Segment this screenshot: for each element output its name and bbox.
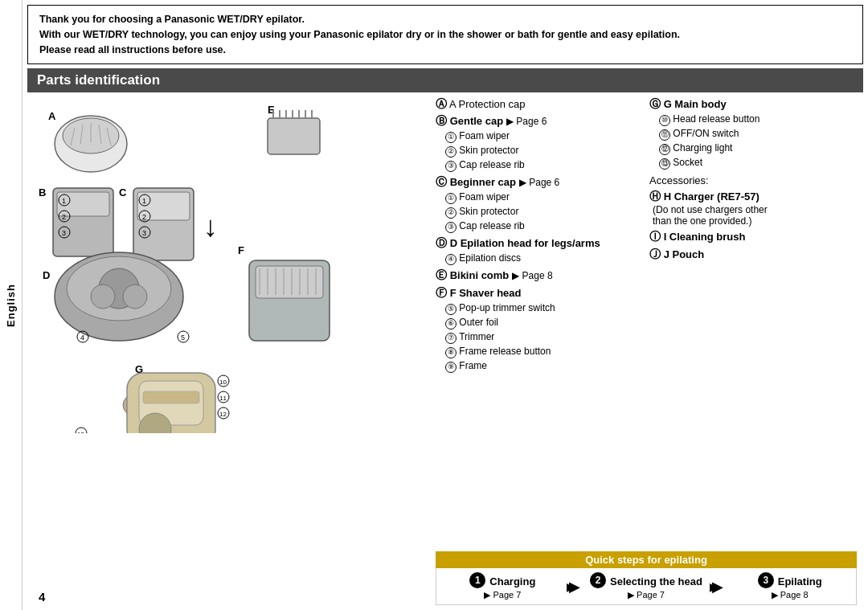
step-2-page-arrow: ▶ xyxy=(628,590,634,600)
svg-text:C: C xyxy=(119,186,127,199)
C-letter: Ⓒ xyxy=(436,175,447,188)
step-2-title: Selecting the head xyxy=(610,575,702,587)
svg-text:5: 5 xyxy=(181,334,185,342)
step-2-circle: 2 xyxy=(590,572,606,588)
B-num2: ② xyxy=(445,146,457,158)
F-text1: Pop-up trimmer switch xyxy=(459,302,555,313)
H-note2: than the one provided.) xyxy=(653,215,857,227)
B-letter: Ⓑ xyxy=(436,114,447,127)
B-item1: ① Foam wiper xyxy=(445,129,643,143)
B-page: Page 6 xyxy=(516,116,547,127)
G-text2: OFF/ON switch xyxy=(673,128,739,139)
E-page: Page 8 xyxy=(522,270,553,281)
E-section: Ⓔ Bikini comb ▶ Page 8 xyxy=(436,268,643,283)
B-num1: ① xyxy=(445,132,457,143)
two-col-top: Ⓐ A Protection cap Ⓑ Gentle cap ▶ Page 6… xyxy=(436,97,857,373)
content-area: A E xyxy=(27,92,863,610)
F-text4: Frame release button xyxy=(459,346,551,357)
F-item5: ⑨ Frame xyxy=(445,358,643,373)
G-text3: Charging light xyxy=(673,142,732,154)
step-2: 2 Selecting the head ▶ Page 7 xyxy=(580,568,713,604)
C-item2: ② Skin protector xyxy=(445,204,643,219)
F-item1: ⑤ Pop-up trimmer switch xyxy=(445,301,643,315)
col-left: Ⓐ A Protection cap Ⓑ Gentle cap ▶ Page 6… xyxy=(436,97,643,373)
C-section: Ⓒ Beginner cap ▶ Page 6 xyxy=(436,175,643,190)
I-letter: Ⓘ xyxy=(649,230,661,243)
C-text2: Skin protector xyxy=(459,206,518,217)
main-content: Thank you for choosing a Panasonic WET/D… xyxy=(23,0,868,610)
G-num2: ⑪ xyxy=(659,129,670,141)
F-item4: ⑧ Frame release button xyxy=(445,344,643,358)
C-item3: ③ Cap release rib xyxy=(445,219,643,233)
diagram-svg: A E xyxy=(31,96,416,433)
F-item2: ⑥ Outer foil xyxy=(445,315,643,330)
F-text2: Outer foil xyxy=(459,317,498,328)
svg-rect-69 xyxy=(143,391,199,403)
G-item4: ⑬ Socket xyxy=(659,155,857,170)
svg-text:↓: ↓ xyxy=(203,210,218,243)
intro-line3: Please read all instructions before use. xyxy=(39,43,851,58)
step-3-num: 3 xyxy=(763,575,768,586)
B-num3: ③ xyxy=(445,161,457,172)
D-num1: ④ xyxy=(445,254,457,265)
step-1-page-text: Page 7 xyxy=(493,590,521,600)
svg-text:3: 3 xyxy=(62,229,66,237)
svg-text:D: D xyxy=(43,269,50,281)
F-num3: ⑦ xyxy=(445,333,457,344)
G-num4: ⑬ xyxy=(659,158,670,170)
F-label: F Shaver head xyxy=(450,287,522,299)
C-text1: Foam wiper xyxy=(459,191,510,203)
page-number: 4 xyxy=(39,590,45,604)
svg-text:10: 10 xyxy=(219,379,227,386)
step-2-page: ▶ Page 7 xyxy=(628,590,665,600)
svg-point-48 xyxy=(91,285,115,309)
C-num3: ③ xyxy=(445,222,457,233)
svg-rect-9 xyxy=(268,118,320,154)
H-letter: Ⓗ xyxy=(649,190,661,203)
G-item1: ⑩ Head release button xyxy=(659,112,857,126)
svg-text:B: B xyxy=(39,186,46,199)
col-right: Ⓖ G Main body ⑩ Head release button ⑪ OF… xyxy=(649,97,857,373)
F-letter: Ⓕ xyxy=(436,286,447,299)
F-num1: ⑤ xyxy=(445,304,457,315)
diagram-area: A E xyxy=(27,92,429,610)
intro-line2: With our WET/DRY technology, you can enj… xyxy=(39,27,851,43)
step-2-num: 2 xyxy=(596,575,601,586)
F-num5: ⑨ xyxy=(445,362,457,373)
F-section: Ⓕ F Shaver head xyxy=(436,286,643,301)
quick-steps-content: 1 Charging ▶ Page 7 ▶ xyxy=(436,568,857,605)
parts-header: Parts identification xyxy=(27,68,863,92)
G-section: Ⓖ G Main body xyxy=(649,97,857,112)
J-letter: Ⓙ xyxy=(649,248,661,260)
G-num1: ⑩ xyxy=(659,115,670,126)
F-num4: ⑧ xyxy=(445,347,457,358)
C-num1: ① xyxy=(445,193,457,204)
step-3-page: ▶ Page 8 xyxy=(772,590,809,600)
B-text2: Skin protector xyxy=(459,145,518,156)
step-1-title: Charging xyxy=(489,575,535,587)
G-text1: Head release button xyxy=(673,113,760,125)
intro-box: Thank you for choosing a Panasonic WET/D… xyxy=(27,5,863,64)
H-section: Ⓗ H Charger (RE7-57) xyxy=(649,190,857,204)
B-item2: ② Skin protector xyxy=(445,143,643,158)
svg-text:A: A xyxy=(48,110,56,122)
svg-text:F: F xyxy=(238,244,244,256)
C-page: Page 6 xyxy=(529,177,559,188)
sidebar-label: English xyxy=(5,284,17,327)
svg-rect-56 xyxy=(256,266,323,298)
step-1: 1 Charging ▶ Page 7 xyxy=(436,568,569,604)
E-letter: Ⓔ xyxy=(436,268,447,281)
E-label: Bikini comb xyxy=(450,269,512,281)
step-2-page-text: Page 7 xyxy=(637,590,665,600)
A-label: A Protection cap xyxy=(449,98,526,110)
I-label: I Cleaning brush xyxy=(664,231,746,243)
svg-text:11: 11 xyxy=(219,395,227,402)
accessories-label: Accessories: xyxy=(649,174,857,186)
F-item3: ⑦ Trimmer xyxy=(445,330,643,344)
F-text3: Trimmer xyxy=(459,331,494,342)
step-3-circle: 3 xyxy=(758,572,774,588)
step-3-page-arrow: ▶ xyxy=(772,590,778,600)
E-arrow: ▶ xyxy=(512,270,519,281)
svg-text:2: 2 xyxy=(142,213,146,221)
F-num2: ⑥ xyxy=(445,318,457,330)
